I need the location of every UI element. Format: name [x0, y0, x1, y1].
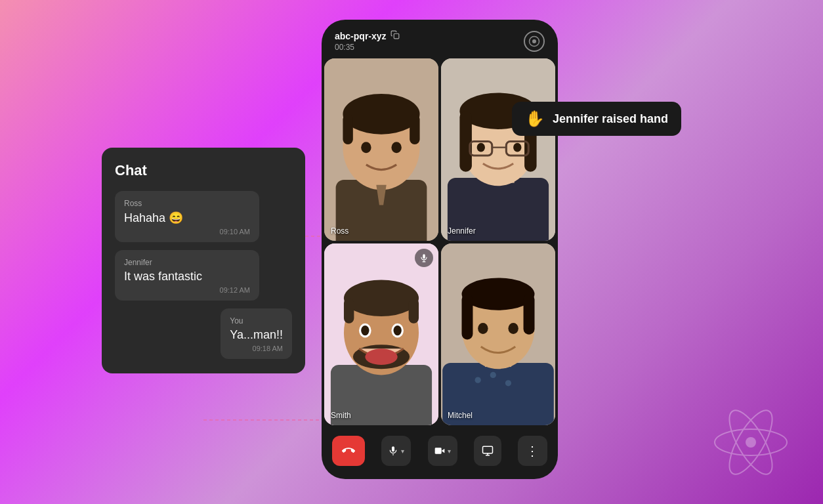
time-you: 09:18 AM: [230, 345, 283, 352]
svg-point-29: [477, 143, 485, 152]
message-ross: Ross Hahaha 😄 09:10 AM: [115, 191, 259, 242]
svg-rect-62: [434, 448, 441, 453]
time-ross: 09:10 AM: [124, 228, 250, 236]
svg-rect-15: [410, 114, 419, 144]
svg-point-41: [361, 325, 369, 335]
record-button[interactable]: [524, 31, 545, 52]
message-you: You Ya...man!! 09:18 AM: [221, 308, 292, 359]
sender-you: You: [230, 316, 283, 326]
svg-point-42: [394, 325, 402, 335]
atom-decoration: [711, 403, 790, 484]
raised-hand-text: Jennifer raised hand: [553, 112, 668, 126]
chat-title: Chat: [115, 162, 292, 179]
mic-button[interactable]: ▾: [381, 436, 411, 466]
svg-point-17: [391, 142, 401, 153]
svg-rect-6: [394, 33, 399, 39]
svg-point-3: [746, 437, 756, 448]
phone-frame: abc-pqr-xyz 00:35: [322, 20, 558, 479]
call-header: abc-pqr-xyz 00:35: [322, 20, 558, 58]
text-ross: Hahaha 😄: [124, 211, 250, 225]
svg-point-30: [513, 143, 521, 152]
text-jennifer: It was fantastic: [124, 270, 250, 284]
call-info: abc-pqr-xyz 00:35: [335, 30, 400, 52]
video-ross: Ross: [324, 58, 438, 241]
svg-rect-53: [524, 294, 535, 335]
svg-marker-61: [441, 449, 444, 453]
svg-rect-59: [392, 446, 394, 452]
video-mitchel: Mitchel: [441, 243, 555, 426]
more-options-icon: ⋮: [526, 443, 539, 459]
camera-chevron: ▾: [448, 448, 451, 455]
video-smith: Smith: [324, 243, 438, 426]
mic-active-indicator: [415, 249, 433, 267]
svg-rect-14: [343, 114, 352, 144]
controls-bar: ▾ ▾ ⋮: [322, 428, 558, 479]
svg-point-13: [343, 94, 419, 135]
svg-point-8: [533, 39, 536, 43]
message-jennifer: Jennifer It was fantastic 09:12 AM: [115, 250, 259, 301]
svg-point-35: [344, 280, 419, 316]
svg-rect-24: [459, 111, 472, 172]
more-options-button[interactable]: ⋮: [518, 436, 547, 466]
mic-chevron: ▾: [401, 448, 404, 455]
svg-point-57: [478, 323, 488, 334]
text-you: Ya...man!!: [230, 328, 283, 342]
svg-rect-37: [409, 298, 419, 324]
camera-button[interactable]: ▾: [428, 436, 457, 466]
svg-point-16: [361, 142, 371, 153]
svg-point-58: [508, 323, 518, 334]
label-smith: Smith: [331, 411, 351, 420]
video-jennifer: Jennifer: [441, 58, 555, 241]
sender-jennifer: Jennifer: [124, 258, 250, 267]
raised-hand-toast: ✋ Jennifer raised hand: [512, 102, 681, 136]
svg-rect-44: [423, 254, 425, 259]
svg-point-56: [505, 380, 511, 386]
svg-rect-63: [482, 446, 492, 453]
call-timer: 00:35: [335, 43, 400, 52]
hand-icon: ✋: [525, 110, 545, 128]
sender-ross: Ross: [124, 199, 250, 208]
svg-point-43: [365, 348, 397, 365]
copy-icon[interactable]: [390, 30, 400, 41]
end-call-button[interactable]: [332, 436, 365, 466]
time-jennifer: 09:12 AM: [124, 286, 250, 294]
chat-panel: Chat Ross Hahaha 😄 09:10 AM Jennifer It …: [102, 148, 305, 373]
label-jennifer: Jennifer: [448, 226, 476, 236]
chat-messages: Ross Hahaha 😄 09:10 AM Jennifer It was f…: [115, 191, 292, 359]
label-mitchel: Mitchel: [448, 411, 473, 420]
svg-point-54: [475, 377, 481, 383]
call-id: abc-pqr-xyz: [335, 30, 400, 41]
svg-point-55: [490, 371, 496, 377]
label-ross: Ross: [331, 226, 348, 236]
svg-rect-36: [344, 298, 354, 324]
svg-rect-52: [462, 294, 473, 339]
screen-share-button[interactable]: [474, 436, 501, 466]
